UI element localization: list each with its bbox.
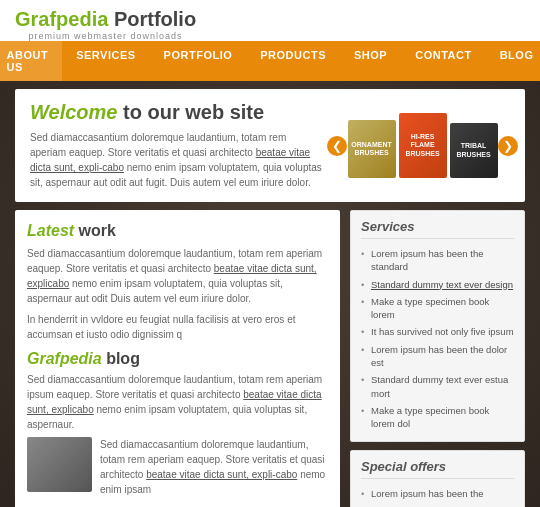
special-offers-title: Special offers <box>361 459 514 479</box>
logo-green: Grafpedia <box>15 8 108 30</box>
hero-title-rest: to our web site <box>117 101 264 123</box>
blog-title: Grafpedia blog <box>27 350 328 368</box>
logo-subtitle: premium webmaster downloads <box>15 31 196 41</box>
logo: Grafpedia Portfolio premium webmaster do… <box>15 8 196 41</box>
list-item: Lorem ipsum has been the dolor est <box>361 341 514 372</box>
carousel-next[interactable]: ❯ <box>498 136 518 156</box>
services-box: Services Lorem ipsum has been the standa… <box>350 210 525 442</box>
list-item: Standard dummy text ever design <box>361 276 514 293</box>
nav-contact[interactable]: CONTACT <box>401 41 485 81</box>
hero-title-green: Welcome <box>30 101 117 123</box>
nav-blog[interactable]: BLOG <box>486 41 540 81</box>
hero-images: ❮ ORNAMENT BRUSHES HI-RES FLAME BRUSHES … <box>335 101 510 190</box>
hero-text: Welcome to our web site Sed diamaccasant… <box>30 101 335 190</box>
book-1: ORNAMENT BRUSHES <box>348 120 396 178</box>
content-area: Latest work Sed diamaccasantium doloremq… <box>15 210 525 507</box>
blog-body2: Sed diamaccasantium doloremque laudantiu… <box>100 437 328 497</box>
main-wrap: Welcome to our web site Sed diamaccasant… <box>0 89 540 507</box>
nav-about[interactable]: ABOUT US <box>0 41 62 81</box>
hero-body: Sed diamaccasantium doloremque laudantiu… <box>30 130 325 190</box>
list-item: It has survived not only five ipsum <box>361 323 514 340</box>
right-column: Services Lorem ipsum has been the standa… <box>350 210 525 507</box>
latest-work-body1: Sed diamaccasantium doloremque laudantiu… <box>27 246 328 306</box>
list-item: Lorem ipsum has been the standard <box>361 245 514 276</box>
list-item: Make a type specimen book lorem dol <box>361 402 514 433</box>
book-stack: ORNAMENT BRUSHES HI-RES FLAME BRUSHES TR… <box>348 113 498 178</box>
special-offers-list: Lorem ipsum has been the Standard dummy … <box>361 485 514 507</box>
list-item: Standard dummy text ever estua mort <box>361 371 514 402</box>
list-item: Lorem ipsum has been the <box>361 485 514 502</box>
list-item: Make a type specimen book lorem <box>361 293 514 324</box>
logo-text: Grafpedia Portfolio <box>15 8 196 31</box>
latest-work-title: Latest work <box>27 222 328 240</box>
carousel-prev[interactable]: ❮ <box>327 136 347 156</box>
blog-section: Grafpedia blog Sed diamaccasantium dolor… <box>27 350 328 497</box>
nav-products[interactable]: PRODUCTS <box>246 41 340 81</box>
logo-dark: Portfolio <box>108 8 196 30</box>
nav-portfolio[interactable]: PORTFOLIO <box>150 41 247 81</box>
blog-thumbnail <box>27 437 92 492</box>
list-item: Standard dummy text <box>361 502 514 507</box>
nav-shop[interactable]: SHOP <box>340 41 401 81</box>
latest-work-body2: In henderrit in vvldore eu feugiat nulla… <box>27 312 328 342</box>
main-nav: ABOUT US SERVICES PORTFOLIO PRODUCTS SHO… <box>0 41 540 81</box>
left-column: Latest work Sed diamaccasantium doloremq… <box>15 210 340 507</box>
hero-section: Welcome to our web site Sed diamaccasant… <box>15 89 525 202</box>
nav-services[interactable]: SERVICES <box>62 41 149 81</box>
book-3: TRIBAL BRUSHES <box>450 123 498 178</box>
hero-title: Welcome to our web site <box>30 101 325 124</box>
services-list: Lorem ipsum has been the standard Standa… <box>361 245 514 433</box>
blog-body1: Sed diamaccasantium doloremque laudantiu… <box>27 372 328 432</box>
header: Grafpedia Portfolio premium webmaster do… <box>0 0 540 41</box>
special-offers-box: Special offers Lorem ipsum has been the … <box>350 450 525 507</box>
services-title: Services <box>361 219 514 239</box>
book-2: HI-RES FLAME BRUSHES <box>399 113 447 178</box>
blog-inner: Sed diamaccasantium doloremque laudantiu… <box>27 437 328 497</box>
